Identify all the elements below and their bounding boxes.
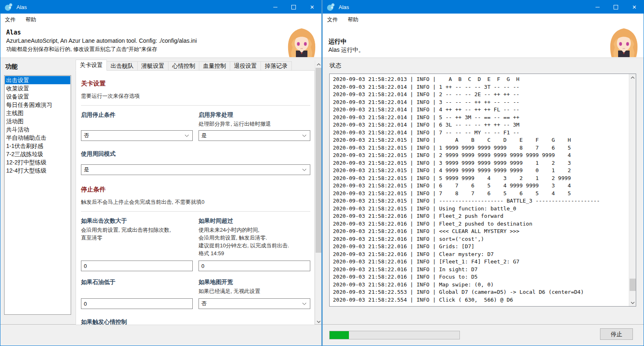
field-enable-exception: 启用异常处理 处理部分异常, 运行出错时撤退 是 [199, 111, 310, 141]
field-desc: 会沿用先前设置, 完成出击将扣除次数, 直至清零 [81, 226, 193, 242]
progress-bar [329, 331, 460, 339]
log-line: 2020-09-03 21:58:22.015 | INFO | 4 9999 … [333, 167, 628, 175]
sidebar-item[interactable]: 12-2打中型练级 [5, 158, 70, 166]
run-status-subtitle: Alas 运行中。 [328, 46, 638, 54]
close-icon: ✕ [310, 5, 314, 10]
menubar: 文件 帮助 [323, 14, 644, 26]
maximize-button[interactable] [607, 0, 625, 14]
desktop: Alas ✕ 文件 帮助 Alas AzurLaneAutoScript, An… [0, 0, 644, 346]
scroll-up-icon[interactable] [629, 74, 636, 81]
form-row: 启用停止条件 否 启用异常处理 处理部分异常, 运行出错时撤退 是 [81, 111, 310, 141]
minimize-button[interactable] [588, 0, 607, 14]
divider [81, 105, 310, 106]
sidebar-item[interactable]: 主线图 [5, 109, 70, 117]
sidebar-item[interactable]: 设备设置 [5, 92, 70, 101]
close-button[interactable]: ✕ [625, 0, 644, 14]
menu-file[interactable]: 文件 [5, 16, 16, 23]
log-line: 2020-09-03 21:58:22.016 | INFO | sort=('… [333, 235, 628, 243]
form-row: 如果石油低于 如果地图开荒 如果已经满足, 无视此设置 否 [81, 278, 310, 309]
field-label: 启用异常处理 [199, 111, 310, 119]
log-lines: 2020-09-03 21:58:22.013 | INFO | A B C D… [333, 76, 628, 306]
scrollbar-thumb[interactable] [316, 68, 322, 253]
field-label: 如果触发心情控制 [81, 318, 310, 325]
maximize-icon [291, 5, 296, 9]
sidebar-item[interactable]: 收菜设置 [5, 84, 70, 92]
tab[interactable]: 退役设置 [230, 61, 261, 71]
scroll-down-icon[interactable] [629, 299, 636, 306]
menu-help[interactable]: 帮助 [348, 16, 358, 23]
log-output: 2020-09-03 21:58:22.013 | INFO | A B C D… [329, 74, 636, 307]
loop-mode-select[interactable]: 是 [81, 164, 310, 175]
field-label: 如果石油低于 [81, 278, 193, 286]
menu-help[interactable]: 帮助 [25, 16, 36, 23]
maximize-icon [614, 5, 618, 9]
enable-stop-select[interactable]: 否 [81, 130, 193, 141]
titlebar[interactable]: Alas ✕ [323, 0, 644, 14]
log-line: 2020-09-03 21:58:22.014 | INFO | 1 ++ --… [333, 83, 628, 91]
sidebar-item[interactable]: 每日任务困难演习 [5, 101, 70, 109]
sidebar-item[interactable]: 活动图 [5, 117, 70, 125]
section-title: 停止条件 [81, 186, 310, 194]
field-desc: 处理部分异常, 运行出错时撤退 [199, 120, 310, 128]
log-line: 2020-09-03 21:58:22.015 | INFO | Using f… [333, 205, 628, 213]
avatar [286, 27, 317, 57]
scroll-up-icon[interactable] [315, 61, 322, 68]
close-button[interactable]: ✕ [303, 0, 321, 14]
tab[interactable]: 关卡设置 [76, 60, 107, 71]
log-line: 2020-09-03 21:58:22.014 | INFO | 6 3L --… [333, 121, 628, 129]
selected-value: 否 [201, 300, 207, 307]
tab[interactable]: 掉落记录 [261, 61, 292, 71]
titlebar[interactable]: Alas ✕ [0, 0, 321, 14]
sidebar-item[interactable]: 出击设置 [5, 76, 70, 84]
selected-value: 是 [201, 132, 207, 139]
tab[interactable]: 血量控制 [199, 61, 230, 71]
stop-button[interactable]: 停止 [600, 328, 633, 340]
maximize-button[interactable] [284, 0, 303, 14]
scrollbar-thumb[interactable] [630, 279, 636, 291]
tab[interactable]: 出击舰队 [106, 61, 138, 71]
if-map-select[interactable]: 否 [199, 298, 310, 309]
log-line: 2020-09-03 21:58:22.015 | INFO | 6 7 6 5… [333, 182, 628, 190]
sidebar-item[interactable]: 7-2三战拣垃圾 [5, 150, 70, 158]
field-if-count: 如果出击次数大于 会沿用先前设置, 完成出击将扣除次数, 直至清零 [81, 217, 193, 271]
if-oil-input[interactable] [81, 298, 193, 309]
app-logo-icon [326, 2, 335, 12]
chevron-down-icon [302, 168, 307, 171]
tabbar: 关卡设置出击舰队潜艇设置心情控制血量控制退役设置掉落记录 [76, 61, 291, 71]
progress-fill [330, 331, 349, 339]
field-loop-mode: 使用周回模式 是 [81, 150, 310, 175]
enable-exception-select[interactable]: 是 [199, 130, 310, 141]
field-if-map: 如果地图开荒 如果已经满足, 无视此设置 否 [199, 278, 310, 309]
tab[interactable]: 潜艇设置 [137, 61, 169, 71]
app-title: Alas [6, 28, 316, 37]
log-line: 2020-09-03 21:58:22.016 | INFO | Map swi… [333, 281, 628, 289]
field-label: 如果出击次数大于 [81, 217, 193, 225]
log-line: 2020-09-03 21:58:22.015 | INFO | 7 8 7 6… [333, 190, 628, 198]
sidebar-item[interactable]: 12-4打大型练级 [5, 166, 70, 175]
footer-bar: 关闭 开始 [0, 324, 321, 346]
log-line: 2020-09-03 21:58:22.016 | INFO | Fleet_2… [333, 212, 628, 220]
if-count-input[interactable] [81, 261, 193, 271]
config-window: Alas ✕ 文件 帮助 Alas AzurLaneAutoScript, An… [0, 0, 322, 346]
if-time-input[interactable] [199, 261, 310, 271]
close-icon: ✕ [632, 5, 637, 10]
field-label: 启用停止条件 [81, 111, 193, 119]
settings-scrollbar[interactable] [315, 61, 322, 325]
log-scrollbar[interactable] [629, 74, 636, 306]
menu-file[interactable]: 文件 [327, 16, 338, 23]
log-line: 2020-09-03 21:58:22.016 | INFO | Clear m… [333, 251, 628, 258]
log-line: 2020-09-03 21:58:22.015 | INFO | 1 9999 … [333, 144, 628, 152]
tab[interactable]: 心情控制 [168, 61, 199, 71]
log-line: 2020-09-03 21:58:22.015 | INFO | 5 9999 … [333, 175, 628, 182]
function-list: 出击设置收菜设置设备设置每日任务困难演习主线图活动图共斗活动半自动辅助点击1-1… [4, 75, 71, 315]
sidebar-item[interactable]: 共斗活动 [5, 125, 70, 134]
minimize-button[interactable] [266, 0, 284, 14]
field-enable-stop: 启用停止条件 否 [81, 111, 193, 141]
app-header: Alas AzurLaneAutoScript, An Azur Lane au… [0, 26, 321, 58]
menubar: 文件 帮助 [0, 14, 321, 26]
sidebar-item[interactable]: 1-1伏击刷好感 [5, 142, 70, 150]
log-line: 2020-09-03 21:58:22.554 | INFO | Click (… [333, 296, 628, 304]
field-if-oil: 如果石油低于 [81, 278, 193, 309]
sidebar-item[interactable]: 半自动辅助点击 [5, 134, 70, 142]
minimize-icon [273, 7, 277, 7]
